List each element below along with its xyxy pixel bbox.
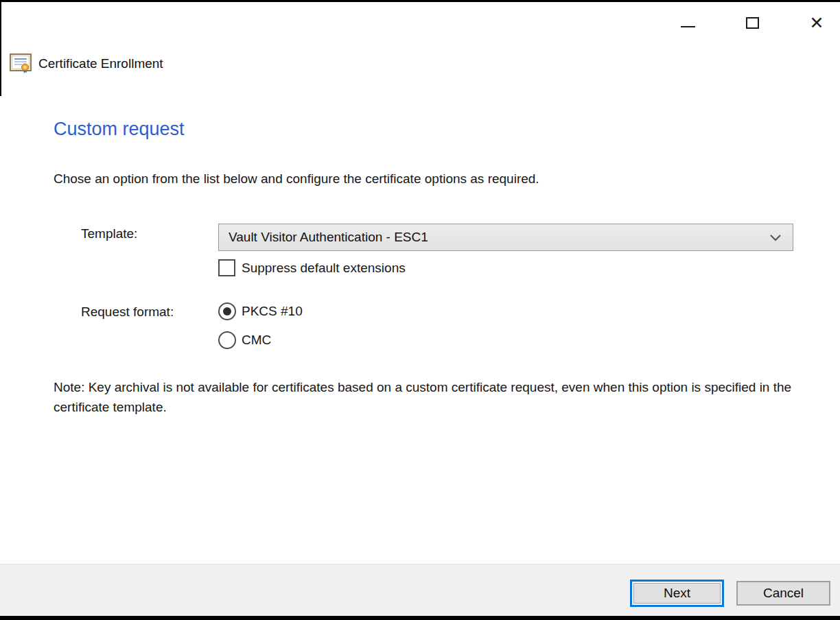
maximize-button[interactable] xyxy=(740,11,765,34)
capture-left-bar xyxy=(0,0,1,96)
app-header: Certificate Enrollment xyxy=(10,53,163,74)
pkcs10-radio[interactable] xyxy=(218,302,236,320)
capture-top-bar xyxy=(0,0,840,2)
page-description: Chose an option from the list below and … xyxy=(54,171,539,187)
template-label: Template: xyxy=(81,226,137,241)
close-button[interactable]: ✕ xyxy=(804,11,829,34)
template-selected-value: Vault Visitor Authentication - ESC1 xyxy=(229,230,768,245)
minimize-button[interactable] xyxy=(675,11,700,34)
request-format-label: Request format: xyxy=(81,305,174,320)
window-controls: ✕ xyxy=(675,11,829,34)
pkcs10-radio-label: PKCS #10 xyxy=(242,304,303,319)
page-title: Custom request xyxy=(54,119,185,140)
close-icon: ✕ xyxy=(810,14,824,32)
chevron-down-icon xyxy=(768,230,783,245)
key-archival-note: Note: Key archival is not available for … xyxy=(54,377,798,417)
certificate-icon xyxy=(10,53,32,74)
cancel-button[interactable]: Cancel xyxy=(736,581,830,606)
app-title: Certificate Enrollment xyxy=(38,56,163,71)
minimize-icon xyxy=(681,26,695,27)
radio-row-pkcs10: PKCS #10 xyxy=(218,302,303,320)
suppress-extensions-row: Suppress default extensions xyxy=(218,259,406,276)
cmc-radio[interactable] xyxy=(218,331,236,349)
next-button[interactable]: Next xyxy=(630,580,724,607)
suppress-extensions-label: Suppress default extensions xyxy=(242,261,406,276)
template-dropdown[interactable]: Vault Visitor Authentication - ESC1 xyxy=(218,224,793,251)
capture-bottom-bar xyxy=(0,616,840,620)
radio-row-cmc: CMC xyxy=(218,331,271,349)
cmc-radio-label: CMC xyxy=(242,333,271,348)
maximize-icon xyxy=(746,17,759,29)
suppress-extensions-checkbox[interactable] xyxy=(218,259,235,276)
